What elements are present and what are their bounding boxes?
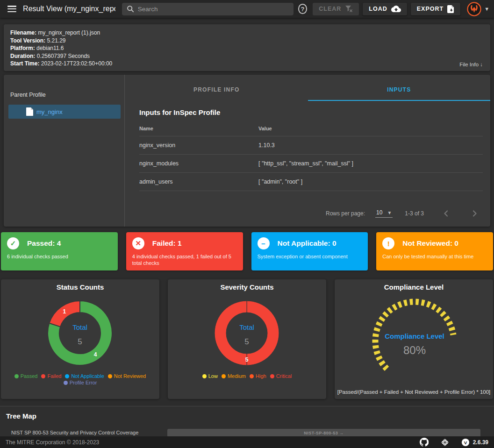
column-header-name: Name — [139, 123, 258, 136]
compliance-gauge[interactable]: Compliance Level80% — [335, 291, 493, 384]
legend-item[interactable]: Low — [202, 373, 218, 379]
legend-item[interactable]: Medium — [222, 373, 246, 379]
export-button[interactable]: EXPORT — [411, 3, 460, 15]
status-card-subtitle: System exception or absent component — [258, 253, 362, 260]
file-info-line: Duration: 0.25607397 Seconds — [10, 52, 484, 60]
github-icon[interactable] — [420, 438, 429, 447]
tree-map-breadcrumb: NIST-SP-800-53 → — [304, 431, 344, 435]
status-counts-donut[interactable]: 41Total5 — [1, 291, 159, 371]
inputs-heading: Inputs for InSpec Profile — [139, 108, 490, 116]
app-version: V 2.6.39 — [461, 438, 488, 447]
avatar-menu-caret-icon[interactable]: ▼ — [484, 6, 489, 12]
version-icon[interactable]: V — [461, 438, 470, 447]
compliance-level-title: Compliance Level — [335, 283, 493, 291]
tree-map-subtitle: NIST SP 800-53 Security and Privacy Cont… — [11, 430, 138, 435]
version-number: 2.6.39 — [473, 439, 488, 446]
file-info-line: Platform: debian11.6 — [10, 44, 484, 52]
file-document-icon — [26, 107, 34, 116]
file-info-value: 2023-02-17T23:02:50+00:00 — [39, 60, 112, 67]
legend-label: Passed — [21, 373, 38, 379]
clear-button[interactable]: CLEAR — [313, 3, 359, 15]
status-card-title: Not Reviewed: 0 — [402, 239, 458, 248]
heimdall-avatar[interactable] — [467, 2, 481, 16]
legend-label: Medium — [228, 373, 246, 379]
parent-profile-label: Parent Profile — [10, 92, 124, 98]
slice-label: 5 — [245, 356, 249, 363]
legend-label: Critical — [276, 373, 292, 379]
page-title: Result View (my_nginx_report (1).j... — [23, 5, 115, 13]
status-card[interactable]: ✓Passed: 46 individual checks passed — [1, 232, 118, 270]
tree-map-heading: Tree Map — [6, 412, 36, 420]
search-input[interactable] — [138, 6, 289, 13]
donut-slice[interactable] — [247, 301, 279, 365]
file-info-label: Tool Version: — [10, 37, 45, 44]
status-card-title: Failed: 1 — [152, 239, 182, 248]
legend-item[interactable]: Not Reviewed — [108, 373, 146, 379]
footer: The MITRE Corporation © 2018-2023 — [0, 436, 494, 448]
legend-item[interactable]: High — [250, 373, 266, 379]
legend-item[interactable]: Passed — [14, 373, 38, 379]
status-card-title: Passed: 4 — [27, 239, 61, 248]
svg-text:V: V — [464, 440, 467, 445]
diamond-icon[interactable] — [441, 438, 449, 447]
search-box[interactable] — [122, 3, 294, 15]
table-cell: [ "http_ssl", "stream_ssl", "mail_ssl" ] — [258, 155, 483, 173]
table-cell: nginx_modules — [139, 155, 258, 173]
status-card[interactable]: ✕Failed: 14 individual checks passed, 1 … — [126, 232, 243, 270]
inputs-table: Name Value nginx_version1.10.3nginx_modu… — [139, 123, 483, 191]
status-counts-card: Status Counts 41Total5 PassedFailedNot A… — [1, 279, 159, 399]
donut-center-label: Total — [72, 323, 87, 331]
file-info-value: my_nginx_report (1).json — [36, 29, 100, 36]
pagination-range: 1-3 of 3 — [405, 210, 424, 217]
legend-dot-icon — [270, 374, 274, 378]
rows-per-page-select[interactable]: 10 ▼ — [375, 209, 393, 218]
legend-dot-icon — [222, 374, 226, 378]
legend-label: Not Applicable — [71, 373, 104, 379]
app-bar: Result View (my_nginx_report (1).j... ? … — [0, 0, 494, 18]
legend-dot-icon — [64, 381, 68, 385]
minus-circle-icon: − — [258, 237, 270, 249]
legend-item[interactable]: Not Applicable — [65, 373, 104, 379]
load-button[interactable]: LOAD — [363, 3, 407, 15]
menu-icon[interactable] — [7, 6, 16, 12]
help-icon[interactable]: ? — [298, 4, 308, 14]
legend-item[interactable]: Failed — [41, 373, 61, 379]
sidebar-item-my-nginx[interactable]: my_nginx — [8, 105, 121, 119]
next-page-icon[interactable] — [469, 208, 480, 219]
status-card[interactable]: −Not Applicable: 0System exception or ab… — [251, 232, 368, 270]
legend-label: High — [256, 373, 266, 379]
table-cell: [ "admin", "root" ] — [258, 173, 483, 191]
table-cell: admin_users — [139, 173, 258, 191]
profile-panel: Parent Profile my_nginx PROFILE INFO INP… — [4, 75, 490, 227]
donut-center-value: 5 — [78, 337, 82, 346]
file-info-value: 0.25607397 Seconds — [35, 53, 90, 59]
status-counts-title: Status Counts — [1, 283, 159, 291]
compliance-level-card: Compliance Level Compliance Level80% [Pa… — [335, 279, 493, 399]
legend-item[interactable]: Critical — [270, 373, 292, 379]
legend-dot-icon — [14, 374, 19, 378]
file-export-icon — [447, 5, 454, 13]
legend-dot-icon — [250, 374, 254, 378]
status-card-header: −Not Applicable: 0 — [258, 237, 362, 249]
legend-item[interactable]: Profile Error — [64, 380, 97, 385]
load-button-label: LOAD — [369, 6, 387, 12]
status-card[interactable]: !Not Reviewed: 0Can only be tested manua… — [376, 232, 493, 270]
file-info-line: Filename: my_nginx_report (1).json — [10, 29, 484, 37]
tab-profile-info[interactable]: PROFILE INFO — [125, 75, 308, 101]
severity-counts-donut[interactable]: 5Total5 — [168, 291, 326, 371]
file-info-toggle[interactable]: File Info ↓ — [459, 62, 483, 67]
legend-label: Profile Error — [70, 380, 97, 385]
search-icon — [127, 5, 134, 13]
status-card-subtitle: 4 individual checks passed, 1 failed out… — [132, 253, 237, 266]
export-button-label: EXPORT — [417, 6, 444, 12]
compliance-formula: [Passed/(Passed + Failed + Not Reviewed … — [335, 389, 493, 395]
status-card-subtitle: Can only be tested manually at this time — [382, 253, 487, 260]
table-cell: nginx_version — [139, 136, 258, 155]
previous-page-icon[interactable] — [441, 208, 452, 219]
tab-inputs[interactable]: INPUTS — [308, 75, 491, 101]
file-info-panel: Filename: my_nginx_report (1).jsonTool V… — [4, 24, 490, 71]
file-info-label: Duration: — [10, 53, 35, 59]
donut-slice[interactable] — [215, 301, 247, 365]
table-row: nginx_modules[ "http_ssl", "stream_ssl",… — [139, 155, 483, 173]
copyright-text: The MITRE Corporation © 2018-2023 — [6, 439, 99, 446]
